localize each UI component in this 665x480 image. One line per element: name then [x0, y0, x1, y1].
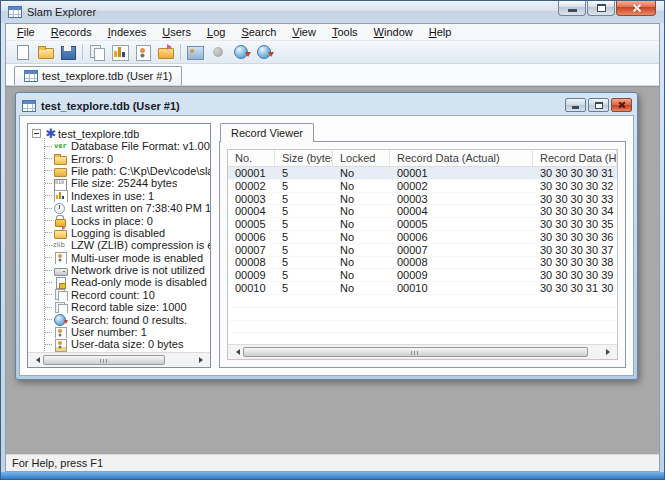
- tb-user-icon[interactable]: [132, 42, 154, 62]
- tree-item[interactable]: Database File Format: v1.00: [40, 140, 210, 152]
- tree-item[interactable]: Last written on 7:38:40 PM 10 Mar 200: [40, 202, 210, 214]
- cell-hex: 30 30 30 30 39: [533, 269, 617, 281]
- tree-item-label: Locks in place: 0: [71, 215, 153, 227]
- tree-item[interactable]: Record count: 10: [40, 289, 210, 301]
- tb-save-icon[interactable]: [57, 42, 79, 62]
- record-viewer-tab[interactable]: Record Viewer: [220, 123, 314, 142]
- user-icon: [53, 351, 68, 352]
- menu-item[interactable]: Records: [43, 25, 100, 39]
- column-header-actual[interactable]: Record Data (Actual): [390, 150, 533, 166]
- scroll-right-button[interactable]: [195, 354, 209, 367]
- tb-chart-icon[interactable]: [109, 42, 131, 62]
- column-header-no[interactable]: No.: [228, 150, 275, 166]
- tb-image-icon[interactable]: [184, 42, 206, 62]
- menu-item[interactable]: Users: [154, 25, 199, 39]
- close-icon: [631, 3, 642, 13]
- tree-item[interactable]: Network drive is not utilized: [40, 264, 210, 276]
- tree-item[interactable]: Record table size: 1000: [40, 301, 210, 313]
- tb-globe-fwd-icon[interactable]: [253, 42, 275, 62]
- cell-no: 00006: [228, 231, 275, 243]
- arrow-left-icon: [33, 357, 40, 363]
- restore-icon: [595, 102, 603, 109]
- tb-open-icon[interactable]: [34, 42, 56, 62]
- tree-item[interactable]: LZW (ZLIB) compression is enabled: [40, 239, 210, 251]
- maximize-button[interactable]: [587, 1, 615, 16]
- menu-item[interactable]: Window: [366, 25, 421, 39]
- child-restore-button[interactable]: [588, 98, 609, 112]
- title-bar[interactable]: Slam Explorer: [1, 1, 664, 23]
- scrollbar-track[interactable]: [243, 346, 602, 359]
- tree-item[interactable]: Logging is disabled: [40, 227, 210, 239]
- tb-new-icon[interactable]: [11, 42, 33, 62]
- document-tab[interactable]: test_texplore.tdb (User #1): [14, 66, 182, 85]
- minimize-button[interactable]: [558, 1, 586, 16]
- child-minimize-button[interactable]: [565, 98, 586, 112]
- table-row[interactable]: 00009 5 No 00009 30 30 30 30 39: [228, 269, 617, 282]
- scroll-right-button[interactable]: [602, 346, 616, 359]
- tree-connector: [45, 270, 52, 271]
- column-header-size[interactable]: Size (bytes): [275, 150, 333, 166]
- tree-item[interactable]: User number: 1: [40, 326, 210, 338]
- table-row[interactable]: 00008 5 No 00008 30 30 30 30 38: [228, 257, 617, 270]
- table-row[interactable]: 00007 5 No 00007 30 30 30 30 37: [228, 244, 617, 257]
- tree-item[interactable]: User-data size: 0 bytes: [40, 338, 210, 350]
- cell-actual: 00010: [390, 282, 533, 294]
- tree-item[interactable]: Multi-user mode is enabled: [40, 252, 210, 264]
- table-row[interactable]: 00005 5 No 00005 30 30 30 30 35: [228, 218, 617, 231]
- tree-item-label: Indexes in use: 1: [71, 190, 154, 202]
- close-button[interactable]: [616, 1, 656, 16]
- table-row[interactable]: 00002 5 No 00002 30 30 30 30 32: [228, 180, 617, 193]
- tb-copy-icon[interactable]: [86, 42, 108, 62]
- tree-item[interactable]: Locks in place: 0: [40, 214, 210, 226]
- cell-size: 5: [275, 256, 333, 268]
- tree-item[interactable]: File path: C:\Kp\Dev\code\slamdb\exa: [40, 165, 210, 177]
- tree-connector: [45, 232, 52, 233]
- tb-export-icon[interactable]: [155, 42, 177, 62]
- readonly-icon: [53, 276, 68, 288]
- tree-item[interactable]: Users connected: 1: [40, 351, 210, 352]
- table-row[interactable]: 00006 5 No 00006 30 30 30 30 36: [228, 231, 617, 244]
- tree-root-item[interactable]: ✱ test_texplore.tdb: [31, 127, 210, 140]
- cell-hex: 30 30 30 30 35: [533, 218, 617, 230]
- tree-item[interactable]: Search: found 0 results.: [40, 313, 210, 325]
- column-header-hex[interactable]: Record Data (HEX): [533, 150, 617, 166]
- ver-icon: [53, 140, 68, 152]
- menu-item[interactable]: Tools: [324, 25, 366, 39]
- tree-connector: [45, 158, 52, 159]
- scrollbar-track[interactable]: [43, 354, 195, 367]
- cell-size: 5: [275, 193, 333, 205]
- scroll-left-button[interactable]: [29, 354, 43, 367]
- table-row[interactable]: 00010 5 No 00010 30 30 30 31 30: [228, 282, 617, 295]
- tree-item-label: Network drive is not utilized: [71, 264, 205, 276]
- scrollbar-thumb[interactable]: [243, 347, 588, 357]
- menu-item[interactable]: Log: [199, 25, 233, 39]
- cell-size: 5: [275, 167, 333, 179]
- tree-item[interactable]: Errors: 0: [40, 152, 210, 164]
- menu-item[interactable]: Indexes: [100, 25, 155, 39]
- record-viewer: Record Viewer No. Size (bytes) Locked Re…: [219, 123, 626, 368]
- tree-item[interactable]: File size: 25244 bytes: [40, 177, 210, 189]
- menu-item[interactable]: View: [284, 25, 324, 39]
- tree-item[interactable]: Indexes in use: 1: [40, 190, 210, 202]
- tree-horizontal-scrollbar[interactable]: [28, 352, 210, 367]
- child-title-bar[interactable]: test_texplore.tdb (User #1): [19, 96, 634, 115]
- table-row[interactable]: 00001 5 No 00001 30 30 30 30 31: [228, 167, 617, 180]
- table-row[interactable]: 00003 5 No 00003 30 30 30 30 33: [228, 193, 617, 206]
- cell-locked: No: [333, 231, 390, 243]
- record-viewer-tab-label: Record Viewer: [231, 127, 303, 139]
- menu-item[interactable]: Search: [233, 25, 284, 39]
- tb-globe-back-icon[interactable]: [230, 42, 252, 62]
- close-icon: [617, 101, 626, 109]
- child-window: test_texplore.tdb (User #1) ✱ t: [15, 92, 638, 380]
- list-horizontal-scrollbar[interactable]: [228, 344, 617, 359]
- menu-item[interactable]: File: [9, 25, 43, 39]
- child-close-button[interactable]: [611, 98, 632, 112]
- table-row[interactable]: 00004 5 No 00004 30 30 30 30 34: [228, 205, 617, 218]
- column-header-locked[interactable]: Locked: [333, 150, 390, 166]
- scrollbar-thumb[interactable]: [43, 355, 165, 365]
- tree-item[interactable]: Read-only mode is disabled: [40, 276, 210, 288]
- menu-item[interactable]: Help: [421, 25, 460, 39]
- collapse-expander-icon[interactable]: [32, 129, 41, 138]
- tb-record-icon[interactable]: [207, 42, 229, 62]
- scroll-left-button[interactable]: [229, 346, 243, 359]
